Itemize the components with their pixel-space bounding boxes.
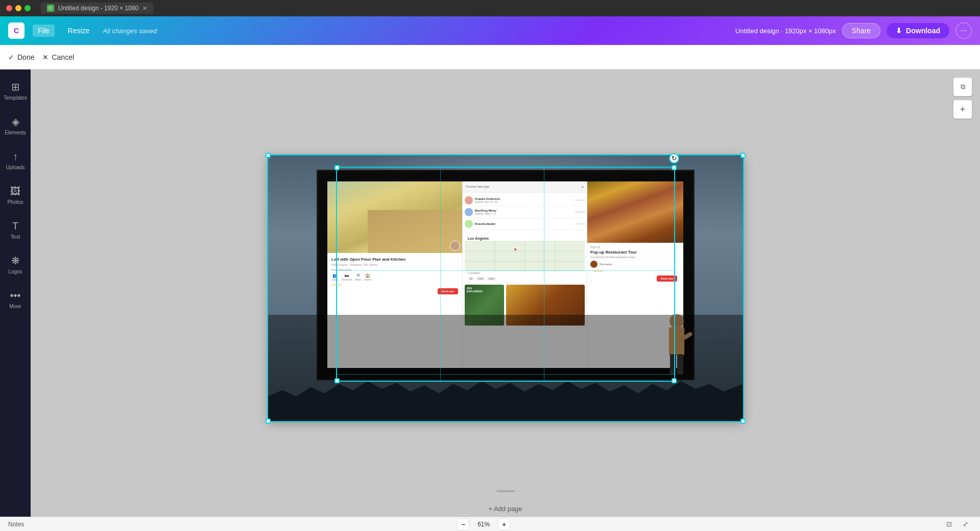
toolbar: ✓ Done ✕ Cancel bbox=[0, 45, 980, 70]
cancel-button[interactable]: ✕ Cancel bbox=[42, 53, 74, 61]
notes-button[interactable]: Notes bbox=[8, 521, 24, 528]
photos-icon: 🖼 bbox=[10, 186, 20, 197]
text-label: Text bbox=[11, 234, 20, 240]
elements-label: Elements bbox=[5, 130, 26, 136]
sidebar-item-logos[interactable]: ❋ Logos bbox=[0, 247, 31, 282]
page-view-button[interactable]: ⊡ bbox=[943, 518, 955, 530]
chat-info-2: MacKing Minty Exterior: May 2 - 9 bbox=[475, 209, 573, 215]
food-popup-panel: Pop-up Pop-up Restaurant Tour A local fo… bbox=[587, 181, 683, 368]
zoom-level: 61% bbox=[473, 521, 494, 528]
browser-bar: C Untitled design - 1920 × 1080 ✕ bbox=[0, 0, 980, 16]
listing-host-avatar bbox=[450, 241, 460, 251]
templates-icon: ⊞ bbox=[11, 81, 20, 93]
presenter-arm bbox=[681, 331, 692, 340]
chat-info-3: Rosetta Bader bbox=[475, 222, 573, 225]
conference-background: Loft with Open Floor Plan and Kitchen Er… bbox=[268, 155, 743, 421]
sidebar-item-photos[interactable]: 🖼 Photos bbox=[0, 178, 31, 213]
canvas-area[interactable]: ⧉ + bbox=[31, 70, 980, 517]
templates-label: Templates bbox=[4, 95, 27, 101]
chat-header: Choose new type ✕ bbox=[463, 181, 587, 193]
listing-stars: ★★★★★ bbox=[331, 283, 458, 286]
food-popup-title: Pop-up Restaurant Tour bbox=[590, 250, 680, 255]
add-page-button[interactable]: + Add page bbox=[488, 505, 522, 513]
food-host-avatar bbox=[590, 261, 597, 268]
chat-list: Angela Anderson Exterior: Apr 23 - 34 1:… bbox=[463, 193, 587, 232]
zoom-plus-button[interactable]: + bbox=[498, 518, 510, 530]
zoom-controls: − 61% + bbox=[457, 518, 510, 530]
duplicate-icon[interactable]: ⧉ bbox=[953, 78, 972, 96]
map-label: Los Angeles bbox=[465, 235, 585, 241]
resize-button[interactable]: Resize bbox=[63, 25, 95, 37]
map-section: Los Angeles bbox=[463, 234, 587, 283]
browser-tab[interactable]: C Untitled design - 1920 × 1080 ✕ bbox=[41, 3, 153, 14]
chat-item-2: MacKing Minty Exterior: May 2 - 9 2:48 P… bbox=[465, 206, 585, 218]
canva-logo[interactable]: C bbox=[8, 22, 25, 39]
text-icon: T bbox=[12, 220, 18, 232]
chef-card bbox=[506, 285, 585, 326]
sidebar-item-more[interactable]: ••• More bbox=[0, 282, 31, 317]
more-options-button[interactable]: ··· bbox=[955, 22, 972, 39]
file-button[interactable]: File bbox=[33, 25, 55, 37]
tab-close-icon[interactable]: ✕ bbox=[142, 5, 147, 12]
tab-favicon: C bbox=[47, 5, 54, 12]
main-area: ⊞ Templates ◈ Elements ↑ Uploads 🖼 Photo… bbox=[0, 70, 980, 517]
right-tools: ⧉ + bbox=[953, 78, 972, 119]
presenter-head bbox=[670, 314, 684, 328]
sidebar-item-uploads[interactable]: ↑ Uploads bbox=[0, 143, 31, 178]
listing-photo-img bbox=[327, 181, 462, 253]
food-popup-tag: Pop-up bbox=[590, 246, 680, 249]
avatar-1 bbox=[465, 196, 473, 204]
map-sub: 2 available bbox=[465, 271, 585, 276]
presenter bbox=[661, 314, 692, 380]
zoom-minus-button[interactable]: − bbox=[457, 518, 469, 530]
close-dot[interactable] bbox=[6, 5, 12, 11]
uploads-label: Uploads bbox=[6, 165, 25, 171]
zoom-right-icons: ⊡ ⤢ bbox=[943, 518, 972, 530]
logos-icon: ❋ bbox=[11, 255, 20, 267]
file-label: File bbox=[38, 27, 50, 35]
avatar-2 bbox=[465, 208, 473, 216]
food-info: Pop-up Pop-up Restaurant Tour A local fo… bbox=[587, 243, 683, 276]
listing-photo bbox=[327, 181, 462, 253]
maximize-dot[interactable] bbox=[25, 5, 31, 11]
more-icon: ••• bbox=[10, 290, 20, 302]
sidebar-item-text[interactable]: T Text bbox=[0, 213, 31, 247]
sidebar-item-elements[interactable]: ◈ Elements bbox=[0, 108, 31, 143]
presenter-torso bbox=[669, 327, 684, 355]
header-right: Untitled design · 1920px × 1080px Share … bbox=[735, 22, 972, 39]
done-button[interactable]: ✓ Done bbox=[8, 53, 34, 61]
map-marker: 📍 bbox=[513, 248, 518, 253]
stage-screen: Loft with Open Floor Plan and Kitchen Er… bbox=[317, 170, 695, 380]
resize-label: Resize bbox=[68, 27, 90, 35]
browser-controls bbox=[6, 5, 31, 11]
sidebar-item-templates[interactable]: ⊞ Templates bbox=[0, 74, 31, 108]
book-button[interactable]: Book now bbox=[438, 288, 458, 294]
zen-area: ZENEXPLORERS bbox=[465, 285, 585, 326]
checkmark-icon: ✓ bbox=[8, 53, 14, 61]
header: C File Resize All changes saved Untitled… bbox=[0, 16, 980, 45]
logo-text: C bbox=[14, 27, 19, 35]
tab-title: Untitled design - 1920 × 1080 bbox=[58, 5, 138, 12]
photos-label: Photos bbox=[7, 199, 23, 205]
filter-row: All Food Drink bbox=[465, 276, 585, 282]
listing-host: Erika Hume · Portland, OR. Demo bbox=[331, 263, 458, 266]
food-stars: ★★★★☆ bbox=[590, 269, 680, 272]
add-icon[interactable]: + bbox=[953, 100, 972, 119]
app-container: C File Resize All changes saved Untitled… bbox=[0, 16, 980, 531]
map-area: 📍 bbox=[465, 241, 585, 271]
download-button[interactable]: ⬇ Download bbox=[887, 23, 949, 38]
canvas-slide[interactable]: Loft with Open Floor Plan and Kitchen Er… bbox=[268, 155, 743, 421]
screen-content: Loft with Open Floor Plan and Kitchen Er… bbox=[327, 181, 683, 368]
minimize-dot[interactable] bbox=[15, 5, 21, 11]
page-indicator bbox=[31, 490, 980, 492]
food-image-top bbox=[587, 181, 683, 243]
logos-label: Logos bbox=[8, 269, 22, 275]
status-bar: Notes − 61% + ⊡ ⤢ bbox=[0, 517, 980, 531]
add-page-area: + Add page bbox=[31, 505, 980, 513]
listing-btn-row: Book now bbox=[331, 288, 458, 294]
fullscreen-button[interactable]: ⤢ bbox=[960, 518, 972, 530]
food-book-button[interactable]: Book now bbox=[657, 275, 677, 282]
zen-card: ZENEXPLORERS bbox=[465, 285, 504, 326]
share-button[interactable]: Share bbox=[842, 23, 880, 38]
food-popup-desc: A local food and drink experience series bbox=[590, 256, 680, 259]
